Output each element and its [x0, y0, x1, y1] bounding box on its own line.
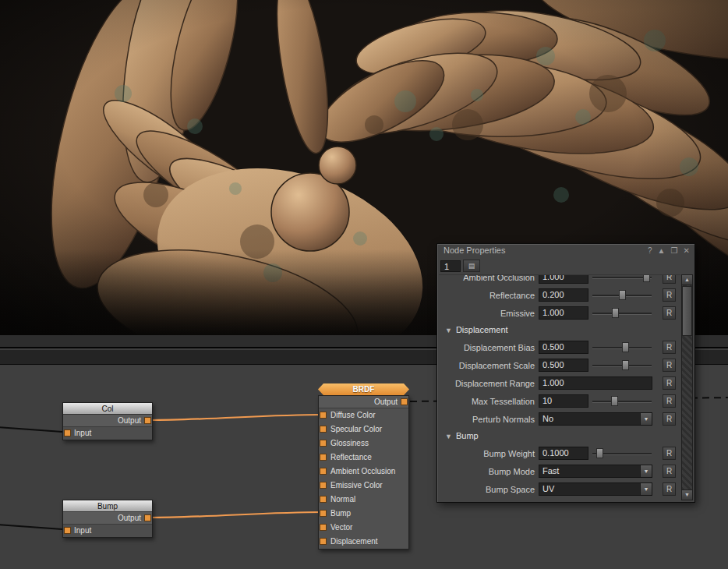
node-bump[interactable]: Bump Output Input	[62, 500, 153, 538]
input-label: Vector	[330, 523, 352, 532]
reset-button[interactable]: R	[663, 306, 676, 320]
dropdown-value: No	[542, 414, 553, 423]
input-connector[interactable]	[320, 412, 327, 419]
help-icon[interactable]: ?	[648, 246, 652, 255]
property-value-field[interactable]: 0.200	[539, 288, 588, 302]
property-label: Perturb Normals	[439, 415, 539, 424]
property-value-field[interactable]: 0.1000	[539, 447, 588, 460]
node-brdf-output-row: Output	[319, 396, 408, 408]
input-connector[interactable]	[320, 496, 327, 503]
property-row-ambient-occlusion: Ambient Occlusion 1.000 R	[439, 274, 680, 286]
property-value-field[interactable]: 1.000	[539, 376, 652, 390]
reset-button[interactable]: R	[663, 359, 676, 372]
slider-handle[interactable]	[612, 308, 619, 318]
output-label: Output	[118, 514, 141, 522]
property-value-field[interactable]: 0.500	[539, 341, 588, 354]
property-slider[interactable]	[592, 447, 652, 460]
collapse-arrow-icon: ▼	[445, 327, 452, 334]
brdf-input-vector: Vector	[319, 521, 408, 535]
input-connector[interactable]	[320, 454, 327, 461]
section-header-bump[interactable]: ▼Bump	[439, 428, 680, 444]
slider-handle[interactable]	[643, 274, 650, 282]
property-value-field[interactable]: 0.500	[539, 359, 588, 372]
scrollbar-thumb[interactable]	[682, 286, 692, 336]
input-label: Reflectance	[330, 453, 372, 461]
property-slider[interactable]	[592, 306, 652, 320]
input-label: Ambient Occlusion	[330, 467, 395, 475]
dropdown-value: Fast	[542, 466, 559, 475]
property-slider[interactable]	[592, 274, 652, 284]
section-label: Displacement	[456, 325, 508, 334]
output-connector[interactable]	[401, 398, 408, 405]
node-bump-header[interactable]: Bump	[63, 500, 152, 512]
property-slider[interactable]	[592, 341, 652, 354]
property-slider[interactable]	[592, 288, 652, 302]
scroll-up-icon[interactable]: ▲	[682, 275, 692, 285]
node-col-header[interactable]: Col	[63, 403, 152, 415]
input-label: Input	[74, 429, 91, 437]
property-slider[interactable]	[592, 359, 652, 372]
node-brdf[interactable]: BRDF Output Diffuse Color Specular Color…	[318, 383, 409, 550]
chevron-down-icon[interactable]: ▼	[640, 413, 652, 425]
property-label: Displacement Range	[439, 379, 539, 388]
list-button[interactable]: ▤	[463, 260, 480, 272]
restore-window-icon[interactable]: ❐	[671, 246, 678, 255]
reset-button[interactable]: R	[663, 394, 676, 408]
output-connector[interactable]	[144, 514, 151, 521]
chevron-down-icon[interactable]: ▼	[640, 483, 652, 495]
property-slider[interactable]	[592, 394, 652, 408]
input-connector[interactable]	[64, 429, 71, 436]
input-connector[interactable]	[64, 527, 71, 534]
index-field[interactable]: 1	[440, 260, 461, 272]
input-connector[interactable]	[320, 468, 327, 475]
input-label: Emissive Color	[330, 481, 383, 489]
slider-handle[interactable]	[611, 396, 618, 406]
panel-index-row: 1 ▤	[437, 257, 694, 274]
input-connector[interactable]	[320, 440, 327, 447]
reset-button[interactable]: R	[663, 274, 676, 284]
chevron-down-icon[interactable]: ▼	[640, 465, 652, 477]
input-connector[interactable]	[320, 538, 327, 545]
slider-handle[interactable]	[622, 342, 629, 352]
section-header-displacement[interactable]: ▼Displacement	[439, 322, 680, 338]
input-connector[interactable]	[320, 482, 327, 489]
slider-handle[interactable]	[596, 448, 603, 458]
input-connector[interactable]	[320, 426, 327, 433]
panel-scrollbar[interactable]: ▲ ▼	[681, 274, 693, 500]
reset-button[interactable]: R	[663, 412, 676, 426]
brdf-input-glossiness: Glossiness	[319, 436, 408, 451]
property-row-displacement-range: Displacement Range 1.000 R	[439, 374, 680, 392]
reset-button[interactable]: R	[663, 341, 676, 354]
slider-handle[interactable]	[622, 360, 629, 370]
input-label: Normal	[330, 495, 355, 504]
node-brdf-header[interactable]: BRDF	[318, 383, 409, 395]
property-row-bump-weight: Bump Weight 0.1000 R	[439, 444, 680, 462]
panel-titlebar[interactable]: Node Properties ? ▲ ❐ ✕	[437, 244, 694, 257]
close-icon[interactable]: ✕	[684, 246, 690, 255]
node-col[interactable]: Col Output Input	[62, 402, 153, 440]
perturb-normals-dropdown[interactable]: No ▼	[539, 412, 652, 426]
property-value-field[interactable]: 10	[539, 394, 588, 408]
reset-button[interactable]: R	[663, 288, 676, 302]
brdf-input-emissive-color: Emissive Color	[319, 479, 408, 493]
brdf-input-reflectance: Reflectance	[319, 451, 408, 465]
slider-handle[interactable]	[619, 290, 626, 300]
output-connector[interactable]	[144, 417, 151, 424]
collapse-panel-icon[interactable]: ▲	[658, 246, 666, 255]
reset-button[interactable]: R	[663, 447, 676, 460]
property-value-field[interactable]: 1.000	[539, 306, 588, 320]
scroll-down-icon[interactable]: ▼	[682, 489, 692, 500]
bump-mode-dropdown[interactable]: Fast ▼	[539, 465, 652, 478]
property-row-perturb-normals: Perturb Normals No ▼ R	[439, 410, 680, 428]
reset-button[interactable]: R	[663, 465, 676, 478]
reset-button[interactable]: R	[663, 376, 676, 390]
properties-scroll-area: Ambient Occlusion 1.000 R Reflectance 0.…	[439, 274, 680, 500]
property-value-field[interactable]: 1.000	[539, 274, 588, 284]
input-connector[interactable]	[320, 510, 327, 517]
section-label: Bump	[456, 431, 479, 440]
input-label: Specular Color	[330, 425, 382, 433]
input-label: Glossiness	[330, 439, 369, 447]
bump-space-dropdown[interactable]: UV ▼	[539, 482, 652, 496]
reset-button[interactable]: R	[663, 482, 676, 496]
input-connector[interactable]	[320, 524, 327, 531]
